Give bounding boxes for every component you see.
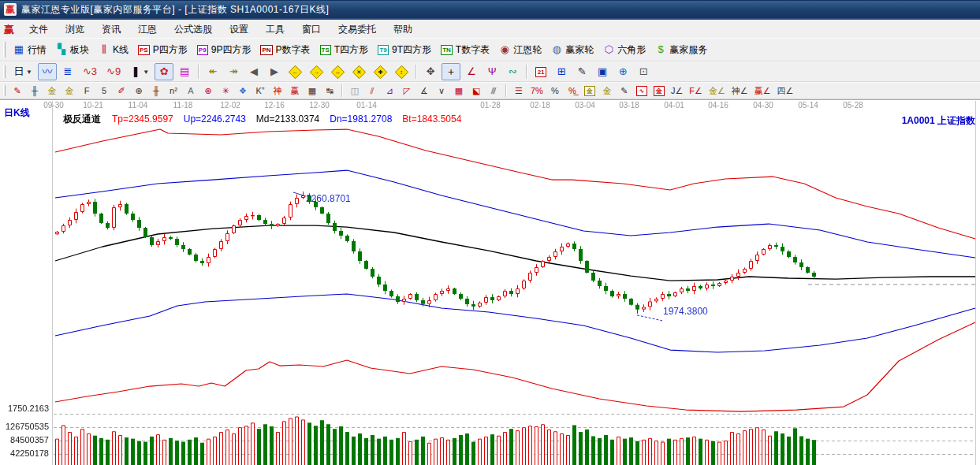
tool-gann-fan-box[interactable]: ⊿ — [382, 84, 397, 98]
tool-scribble-tool[interactable]: ∾ — [503, 63, 522, 80]
tool-info-list[interactable]: ≣ — [58, 63, 77, 80]
toolbar-button-9p-square[interactable]: P99P四方形 — [193, 41, 255, 58]
tool-gann-web[interactable]: ✳ — [218, 84, 233, 98]
tool-red-grid-arrow[interactable]: ⬕ — [468, 84, 484, 98]
toolbar-grip[interactable] — [3, 85, 6, 96]
title-bar[interactable]: 赢 赢家江恩专业版[赢家内部服务平台] - [上证指数 SH1A0001-167… — [0, 1, 980, 20]
tool-notepad[interactable]: ✎ — [572, 63, 591, 80]
toolbar-button-t-square[interactable]: TST四方形 — [316, 41, 373, 58]
tool-gann-tool-purple[interactable]: Ψ — [483, 63, 501, 80]
tool-frame-box[interactable]: ◫ — [347, 84, 363, 98]
tool-pc-data[interactable]: ⊡ — [634, 63, 653, 80]
menu-item-window[interactable]: 窗口 — [293, 21, 330, 38]
menu-item-gann[interactable]: 江恩 — [129, 21, 166, 38]
toolbar-button-p-square[interactable]: PSP四方形 — [134, 41, 192, 58]
tool-gann-gold-ruler-2[interactable]: 金 — [61, 84, 77, 98]
tool-gann-web-box[interactable]: ❖ — [235, 84, 251, 98]
tool-gann-fan[interactable]: ⫽ — [364, 84, 380, 98]
tool-gold-angle[interactable]: 金∠ — [706, 84, 728, 98]
tool-zoom-in-all[interactable]: ✚ — [371, 63, 390, 80]
tool-color-histogram[interactable]: ▤ — [175, 63, 194, 80]
tool-red-pen[interactable]: ✎ — [9, 84, 25, 98]
tool-fan-corner-box[interactable]: ◸ — [399, 84, 415, 98]
menu-item-browse[interactable]: 浏览 — [57, 21, 93, 38]
menu-item-settings[interactable]: 设置 — [221, 21, 257, 38]
tool-ying-angle[interactable]: 赢∠ — [752, 84, 773, 98]
tool-percent-line[interactable]: %̲ — [565, 84, 580, 98]
toolbar-grip[interactable] — [3, 65, 6, 79]
tool-calendar-21[interactable]: 21 — [531, 63, 550, 80]
tool-save-disk[interactable]: ▣ — [593, 63, 612, 80]
tool-angle-compass[interactable]: ∠ — [462, 63, 481, 80]
tool-go-first[interactable]: ↞ — [203, 63, 222, 80]
tool-k-quote[interactable]: K” — [252, 84, 268, 98]
tool-gann-circle[interactable]: ⊕ — [131, 84, 147, 98]
menu-item-trade-entrust[interactable]: 交易委托 — [330, 21, 385, 38]
tool-f-angle[interactable]: F∠ — [687, 84, 705, 98]
tool-gold-red-box[interactable]: 金 — [651, 84, 667, 98]
tool-spiral-5-ruler[interactable]: 5 — [96, 84, 112, 98]
kline-chart-canvas[interactable] — [0, 99, 980, 465]
tool-gann-gold-ruler-1[interactable]: 金 — [44, 84, 60, 98]
tool-red-grid-box[interactable]: ▦ — [451, 84, 467, 98]
menu-item-help[interactable]: 帮助 — [385, 21, 421, 38]
toolbar-button-gann-wheel[interactable]: ◉江恩轮 — [495, 41, 546, 58]
toolbar-grip[interactable] — [3, 42, 6, 58]
tool-ruler-grid-2[interactable]: ╫ — [148, 84, 164, 98]
toolbar-button-winner-service[interactable]: $赢家服务 — [651, 41, 711, 58]
tool-kline-style-dropdown[interactable]: 日▼ — [9, 63, 36, 80]
tool-angle-lines[interactable]: ∡ — [416, 84, 432, 98]
toolbar-button-p-number-table[interactable]: PNP数字表 — [256, 41, 314, 58]
tool-gold-circle[interactable]: 金 — [582, 84, 598, 98]
toolbar-button-hexagon[interactable]: ⬡六角形 — [599, 41, 650, 58]
tool-f-ruler[interactable]: F — [79, 84, 95, 98]
menu-item-file[interactable]: 文件 — [20, 21, 57, 38]
toolbar-button-sectors[interactable]: ▚板块 — [52, 41, 93, 58]
tool-j-angle[interactable]: J∠ — [669, 84, 685, 98]
toolbar-button-kline[interactable]: ⫼K线 — [95, 41, 132, 58]
tool-ruler-grid[interactable]: ╫ — [27, 84, 43, 98]
toolbar-button-winner-wheel[interactable]: ◍赢家轮 — [547, 41, 598, 58]
tool-grid-123[interactable]: ▦ — [304, 84, 320, 98]
tool-step-back[interactable]: ◀ — [244, 63, 263, 80]
tool-pen-ruler[interactable]: ✐ — [114, 84, 129, 98]
tool-zoom-out-all[interactable]: ✕ — [349, 63, 369, 80]
tool-calculator[interactable]: ⊞ — [552, 63, 571, 80]
tool-n-square-ruler[interactable]: n² — [166, 84, 181, 98]
tool-ying-ruler[interactable]: 赢 — [287, 84, 303, 98]
tool-zigzag-v[interactable]: ∨ — [434, 84, 449, 98]
tool-pan-left[interactable]: ← — [285, 63, 305, 80]
tool-si-angle[interactable]: 四∠ — [775, 84, 796, 98]
toolbar-button-t-number-table[interactable]: TNT数字表 — [437, 41, 494, 58]
menu-item-news[interactable]: 资讯 — [93, 21, 129, 38]
tool-percent-seven[interactable]: 7% — [528, 84, 546, 98]
toolbar-button-quotes[interactable]: ▦行情 — [9, 41, 50, 58]
tool-slant-lines[interactable]: ⫻ — [486, 84, 501, 98]
tool-pan-right[interactable]: → — [307, 63, 326, 80]
tool-shen-angle[interactable]: 神∠ — [729, 84, 751, 98]
tool-volume-profile[interactable]: ☰ — [511, 84, 527, 98]
tool-wave-3[interactable]: ∿3 — [79, 63, 101, 80]
tool-percent[interactable]: % — [547, 84, 563, 98]
menu-item-tools[interactable]: 工具 — [257, 21, 293, 38]
tool-measure-width[interactable]: ↹ — [322, 84, 337, 98]
tool-single-candle-dropdown[interactable]: ❚▼ — [126, 63, 153, 80]
menu-item-formula-stock-picking[interactable]: 公式选股 — [166, 21, 221, 38]
tool-zigzag-tool[interactable]: 〰 — [38, 63, 57, 80]
tool-zoom-vertical[interactable]: ↕ — [392, 63, 412, 80]
tool-pen-angle[interactable]: ✎ — [617, 84, 632, 98]
tool-step-forward[interactable]: ▶ — [265, 63, 284, 80]
tool-target-circle[interactable]: ⊕ — [200, 84, 216, 98]
tool-gold-underline[interactable]: 金 — [599, 84, 615, 98]
tool-pattern-tool[interactable]: ✿ — [155, 63, 173, 80]
tool-angle-a[interactable]: A — [183, 84, 199, 98]
tool-crosshair-tool[interactable]: ＋ — [442, 63, 460, 80]
tool-go-last[interactable]: ↠ — [224, 63, 243, 80]
tool-wave-9[interactable]: ∿9 — [102, 63, 125, 80]
tool-zoom-horizontal[interactable]: ↔ — [328, 63, 348, 80]
tool-wave-red-box[interactable]: ∿ — [634, 84, 650, 98]
tool-hand-tool[interactable]: ✥ — [421, 63, 440, 80]
tool-shen-ruler[interactable]: 神 — [270, 84, 285, 98]
tool-web-update[interactable]: ⊕ — [613, 63, 632, 80]
toolbar-button-9t-square[interactable]: T99T四方形 — [374, 41, 435, 58]
